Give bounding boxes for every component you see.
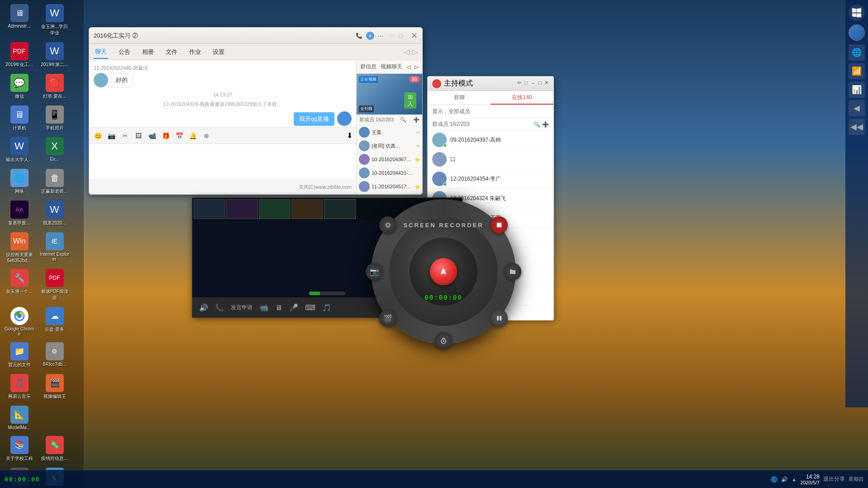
volume-tray-icon[interactable]: 🔊 [781,476,788,483]
desktop-icon-ie[interactable]: IE Internet Explorer [38,230,72,265]
qq-tab-chat[interactable]: 聊天 [94,45,108,59]
desktop-icon-word1[interactable]: W 输出大学人... [2,135,36,165]
desktop-icon-recycle[interactable]: 🗑 正赢新老师... [38,167,72,196]
taskbar-icon-2[interactable]: 📊 [849,81,865,98]
desktop-icon-wendang[interactable]: 📁 置元的文件 [2,340,36,370]
qq-max-button[interactable]: □ [399,32,403,39]
exit-share-button[interactable]: 退出分享 [823,475,845,483]
recorder-stop-button[interactable] [491,216,508,234]
desktop-icon-jinyuzhou[interactable]: 🔧 金玉洲一个... [2,267,36,303]
recorder-settings-button[interactable]: ⚙ [379,216,396,234]
desktop-icon-pdf[interactable]: PDF 极速PDF阅读器 [38,267,72,303]
phone-button[interactable]: 📞 [215,303,224,312]
desktop-icon-model[interactable]: 📐 ModelMa... [2,404,36,432]
panel-close-icon[interactable]: ✕ [544,80,549,87]
desktop-icon-computer[interactable]: 🖥 计算机 [2,104,36,133]
image-button[interactable]: 🖼 [134,131,143,141]
taskbar-icon-1[interactable]: 📶 [849,63,865,79]
volume-button[interactable]: 🔊 [199,303,208,312]
user-avatar[interactable]: 👤 [849,24,865,41]
qq-nav-collapse-left[interactable]: ◁ [404,48,410,56]
qq-input-field[interactable] [89,144,356,180]
close-link[interactable]: 关闭(C)www.ztb6fe.com [299,184,352,191]
qq-nav-expand-right[interactable]: ▷ [412,48,418,56]
desktop-icon-word2019[interactable]: W 2019年第二... [38,40,72,70]
qq-tab-notice[interactable]: 公告 [117,46,132,58]
mic-button[interactable]: 🎤 [289,303,298,312]
windows-start-button[interactable] [849,5,865,21]
member-item-2[interactable]: 10-2016204367-朴... ⭐ [357,153,422,166]
qq-tab-settings[interactable]: 设置 [211,46,226,58]
recorder-camera-button[interactable]: 📷 [366,263,383,280]
qq-tab-homework[interactable]: 作业 [188,46,202,58]
panel-expand-right[interactable]: ▷ [415,64,419,70]
member-add-icon[interactable]: ➕ [542,121,549,128]
calendar-button[interactable]: 📅 [174,131,184,141]
panel-member-0[interactable]: 09-2016204397-高帅 [428,130,553,150]
emoji-button[interactable]: 😊 [93,131,103,141]
qq-tab-album[interactable]: 相册 [141,46,155,58]
member-item-0[interactable]: 王蔷 ✏ [357,125,422,139]
member-item-3[interactable]: 10-2016204431-张永海 [357,166,422,180]
taskbar-icon-4[interactable]: ◀◀ [849,119,865,135]
network-tray-icon[interactable]: 🌐 [771,476,777,483]
desktop-icon-school[interactable]: 📚 关于学校工科 [2,434,36,464]
qq-add-button[interactable]: + [366,32,374,40]
video-button[interactable]: 📹 [147,131,157,141]
panel-min-icon[interactable]: － [530,80,536,87]
qq-header-phone-icon[interactable]: 📞 [356,33,362,39]
desktop-icon-word2[interactable]: W 我系2020... [38,199,72,228]
desktop-icon-control[interactable]: Win 设控相关要素 6eb352bd... [2,230,36,265]
qq-min-button[interactable]: － [389,32,396,40]
desktop-icon-yunpan[interactable]: ☁ 云盘·爱务 [38,305,72,338]
panel-collapse-left[interactable]: ◁ [406,64,410,70]
desktop-icon-lights[interactable]: 🔴 灯塔·爱在... [38,72,72,101]
desktop-icon-study[interactable]: W 金玉洲...学历学业 [38,2,72,38]
panel-member-2[interactable]: 12-2016204354-李广 [428,169,553,189]
desktop-icon-chem[interactable]: PDF 2019年化工... [2,40,36,70]
member-item-5[interactable]: 12+2016204355+陈洪利 [357,193,422,194]
recorder-record-button[interactable] [430,258,457,285]
member-item-4[interactable]: 11-2016204517刘... ⭐ [357,180,422,193]
panel-edit-icon[interactable]: ✏ [517,80,522,87]
recorder-film-button[interactable]: 🎬 [379,310,396,327]
scissors-button[interactable]: ✂ [120,131,130,141]
panel-max-icon[interactable]: □ [539,80,542,87]
member-tab-group[interactable]: 群聊 [428,91,491,105]
recorder-pause-button[interactable] [491,310,508,327]
member-tab-online[interactable]: 在线140 [491,91,553,105]
add-member-icon[interactable]: ➕ [413,117,420,123]
desktop-icon-epidemic[interactable]: 🦠 疫情控信息... [38,434,72,464]
member-search-icon[interactable]: 🔍 [534,121,540,128]
qq-more-button[interactable]: ··· [378,32,383,39]
desktop-icon-music[interactable]: 🎵 网易云音乐 [2,372,36,402]
recorder-folder-button[interactable] [504,263,521,280]
taskbar-icon-3[interactable]: ◀ [849,100,865,116]
camera-button[interactable]: 📹 [259,303,268,312]
screen-share-button[interactable]: 🖥 [275,304,282,312]
desktop-icon-ae[interactable]: Ae 复基甲胺... [2,199,36,228]
desktop-icon-phone[interactable]: 📱 手机照片 [38,104,72,133]
recorder-timer-button[interactable] [435,332,452,349]
gift-button[interactable]: 🎁 [161,131,171,141]
qq-tab-file[interactable]: 文件 [164,46,179,58]
panel-share-icon[interactable]: □ [525,80,528,87]
music-button[interactable]: 🎵 [322,303,331,312]
desktop-icon-videoeditor[interactable]: 🎬 视频编辑王 [38,372,72,402]
desktop-icon-wechat[interactable]: 💬 微信 [2,72,36,101]
desktop-icon-network[interactable]: 🌐 网络 [2,167,36,196]
desktop-icon-excel[interactable]: X Ex... [38,135,72,165]
desktop-icon-chrome[interactable]: Google Chrome [2,305,36,338]
more-button[interactable]: ⊕ [201,131,211,141]
keyboard-button[interactable]: ⌨ [305,303,315,312]
desktop-icon-admin[interactable]: 🖥 Administr... [2,2,36,38]
search-members-icon[interactable]: 🔍 [400,117,406,123]
taskbar-network-icon[interactable]: 🌐 [849,44,865,61]
panel-member-1[interactable]: 口 [428,150,553,169]
member-item-1[interactable]: [老同] 仿真... ✏ [357,139,422,153]
up-arrow-icon[interactable]: ▲ [792,477,796,482]
qq-close-button[interactable]: ✕ [411,31,418,41]
alarm-button[interactable]: 🔔 [188,131,198,141]
desktop-icon-843cc[interactable]: ⚙ 843cc7db... [38,340,72,370]
screenshot-button[interactable]: 📷 [106,131,116,141]
